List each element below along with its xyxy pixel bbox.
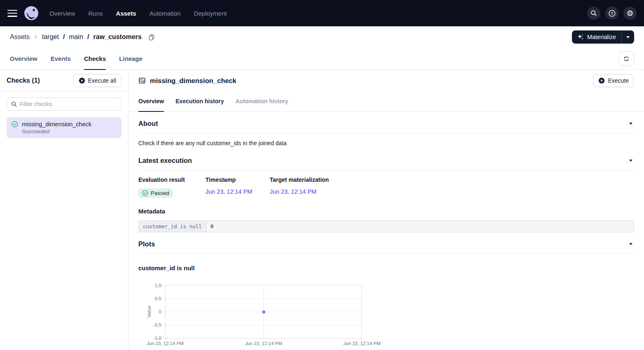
asset-check-icon [138, 77, 146, 84]
search-icon [590, 10, 597, 16]
chevron-right-icon [33, 34, 39, 40]
plots-section-header: Plots [138, 232, 634, 253]
latest-execution-collapse-button[interactable] [628, 158, 634, 163]
timestamp-link[interactable]: Jun 23, 12:14 PM [205, 188, 270, 195]
about-collapse-button[interactable] [628, 121, 634, 126]
help-icon: ? [609, 10, 616, 17]
check-item-status: Succeeded [22, 128, 117, 134]
metadata-value: 0 [206, 221, 634, 232]
gear-icon: ⚙ [626, 9, 633, 17]
tab-automation-history: Automation history [236, 91, 288, 112]
plots-collapse-button[interactable] [628, 241, 634, 247]
dagster-logo[interactable] [24, 6, 39, 21]
caret-down-icon [629, 160, 632, 162]
settings-button[interactable]: ⚙ [623, 7, 637, 20]
metadata-table: customer_id is null 0 [138, 220, 634, 232]
refresh-icon [623, 56, 630, 62]
asset-tabs-row: Overview Events Checks Lineage [0, 48, 644, 70]
execute-all-button[interactable]: Execute all [73, 74, 121, 87]
hamburger-menu-icon[interactable] [7, 10, 17, 17]
value-scatter-chart: Value 1.0 0.5 0 -0.5 -1.0 [138, 285, 369, 348]
x-tick-1: Jun 23, 12:14 PM [147, 341, 184, 346]
tab-events[interactable]: Events [51, 48, 71, 70]
evaluation-result-label: Evaluation result [138, 176, 205, 183]
tab-lineage[interactable]: Lineage [119, 48, 142, 70]
breadcrumb-separator: / [86, 33, 90, 41]
y-tick-3: 0 [159, 309, 161, 314]
tab-overview[interactable]: Overview [10, 48, 37, 70]
plot-area: 1.0 0.5 0 -0.5 -1.0 [165, 285, 362, 338]
checks-sidebar: Checks (1) Execute all [0, 70, 128, 350]
x-tick-2: Jun 23, 12:14 PM [245, 341, 282, 346]
about-section-header: About [138, 112, 634, 133]
nav-item-assets[interactable]: Assets [116, 10, 136, 17]
play-circle-icon [79, 77, 85, 84]
nav-item-deployment[interactable]: Deployment [194, 10, 227, 17]
breadcrumb-segment-target: target [42, 33, 59, 41]
y-tick-4: -0.5 [153, 322, 161, 327]
plot-title: customer_id is null [138, 254, 634, 271]
refresh-button[interactable] [618, 51, 634, 66]
breadcrumb-asset-name: raw_customers [93, 33, 142, 41]
y-tick-1: 1.0 [155, 283, 161, 288]
latest-execution-section-header: Latest execution [138, 149, 634, 170]
latest-execution-heading: Latest execution [138, 157, 192, 165]
nav-item-automation[interactable]: Automation [149, 10, 181, 17]
execute-button[interactable]: Execute [593, 74, 634, 87]
metadata-heading: Metadata [138, 198, 634, 215]
copy-icon [148, 34, 155, 40]
filter-checks-box [7, 97, 121, 111]
copy-asset-key-button[interactable] [148, 34, 155, 40]
execute-label: Execute [608, 77, 629, 84]
status-badge-passed: Passed [138, 188, 173, 198]
materialize-button[interactable]: Materialize [572, 30, 621, 44]
check-title: missing_dimension_check [150, 77, 236, 85]
materialize-label: Materialize [587, 34, 616, 40]
top-navbar: Overview Runs Assets Automation Deployme… [0, 0, 644, 26]
check-item-name: missing_dimension_check [22, 121, 91, 127]
data-point[interactable] [262, 311, 265, 313]
x-tick-3: Jun 23, 12:14 PM [343, 341, 380, 346]
check-circle-icon [12, 121, 18, 127]
timestamp-label: Timestamp [205, 176, 270, 183]
metadata-key: customer_id is null [139, 221, 206, 232]
primary-nav: Overview Runs Assets Automation Deployme… [49, 10, 227, 17]
caret-down-icon [626, 36, 630, 38]
breadcrumb-segment-main: main [69, 33, 83, 41]
check-detail-panel: missing_dimension_check Execute Overview… [128, 70, 644, 350]
check-description: Check if there are any null customer_ids… [138, 133, 634, 149]
search-icon [11, 101, 17, 107]
nav-item-runs[interactable]: Runs [89, 10, 103, 17]
passed-label: Passed [151, 190, 169, 196]
check-detail-tabs: Overview Execution history Automation hi… [128, 91, 644, 112]
y-tick-5: -1.0 [153, 336, 161, 341]
help-button[interactable]: ? [605, 7, 618, 20]
tab-checks[interactable]: Checks [84, 48, 106, 70]
y-axis-label: Value [147, 306, 152, 318]
caret-down-icon [629, 123, 632, 125]
materialize-split-button: Materialize [572, 30, 634, 44]
target-materialization-link[interactable]: Jun 23, 12:14 PM [270, 188, 329, 195]
y-tick-2: 0.5 [155, 296, 161, 301]
svg-text:?: ? [611, 11, 613, 16]
execute-all-label: Execute all [88, 77, 116, 84]
caret-down-icon [629, 243, 632, 245]
tab-execution-history[interactable]: Execution history [175, 91, 224, 112]
check-circle-icon [142, 190, 148, 196]
breadcrumb-assets-link[interactable]: Assets [10, 33, 30, 41]
breadcrumb: Assets target / main / raw_customers [10, 33, 155, 41]
about-heading: About [138, 120, 158, 127]
plots-heading: Plots [138, 240, 155, 248]
play-circle-icon [598, 77, 605, 84]
check-list-item[interactable]: missing_dimension_check Succeeded [7, 117, 121, 138]
breadcrumb-separator: / [62, 33, 65, 41]
filter-checks-input[interactable] [20, 101, 117, 107]
checks-panel-title: Checks (1) [7, 77, 40, 84]
search-button[interactable] [587, 7, 600, 20]
nav-item-overview[interactable]: Overview [49, 10, 75, 17]
breadcrumb-row: Assets target / main / raw_customers Mat… [0, 26, 644, 48]
target-materialization-label: Target materialization [270, 176, 329, 183]
materialize-dropdown-button[interactable] [621, 30, 634, 44]
sparkle-icon [577, 34, 584, 40]
tab-check-overview[interactable]: Overview [138, 91, 164, 112]
